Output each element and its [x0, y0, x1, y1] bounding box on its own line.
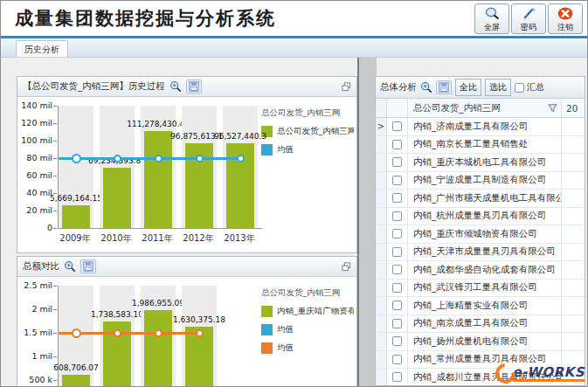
y-axis-tick-label: 40 mil [17, 188, 52, 197]
value-cell [561, 225, 585, 243]
table-row[interactable]: 内销_扬州成量机电有限公司 [376, 333, 585, 351]
table-row[interactable]: 内销_重庆本城机电工具有限公司 [376, 154, 585, 172]
y-axis-tick-label: 80 mil [17, 153, 52, 162]
row-checkbox-cell [387, 225, 408, 243]
value-column-header[interactable]: 20 [561, 99, 585, 117]
table-row[interactable]: 内销_上海精量实业有限公司 [376, 297, 585, 315]
row-checkbox[interactable] [392, 229, 402, 238]
bar-value-label: 96,527,440.3 [214, 132, 266, 141]
legend-item: 内销_重庆靖广物资有限公司 [261, 306, 354, 317]
table-row[interactable]: 内销_成都川立量具刃具有限责任公司 [376, 369, 585, 385]
checkbox-column-header [387, 99, 408, 117]
value-cell [561, 297, 585, 314]
save-icon[interactable] [436, 80, 452, 94]
mean-marker [72, 328, 81, 338]
company-name: 内销_上海精量实业有限公司 [413, 300, 528, 312]
app-window: 成量集团数据挖掘与分析系统 全屏 密码 注销 [0, 0, 588, 387]
overall-analysis-title: 总体分析 [380, 81, 417, 93]
bar-value-label: 608,706.07 [53, 363, 99, 372]
zoom-icon[interactable] [420, 81, 432, 93]
value-cell [561, 154, 585, 171]
row-indicator-cell [376, 225, 387, 243]
y-axis-tick-label: 120 mil [17, 118, 52, 128]
mean-line [59, 157, 243, 160]
password-button[interactable]: 密码 [511, 3, 546, 34]
table-row[interactable]: 内销_宁波成量工具制造有限公司 [376, 172, 585, 190]
panel-splitter[interactable] [357, 58, 377, 386]
overall-analysis-header: 总体分析 全比 选比 汇总 [376, 77, 585, 99]
legend-label: 均值 [277, 144, 294, 155]
table-row[interactable]: 内销_南京成量工具有限公司 [376, 315, 585, 334]
row-checkbox[interactable] [392, 265, 402, 274]
logout-button-label: 注销 [557, 23, 573, 31]
table-row[interactable]: 内销_南京长量工量具销售处 [376, 136, 585, 155]
value-cell [561, 172, 585, 190]
row-checkbox[interactable] [392, 157, 402, 167]
row-indicator-cell [376, 190, 387, 207]
company-name-cell: 内销_成都川立量具刃具有限责任公司 [408, 369, 561, 385]
company-name: 内销_南京成量工具有限公司 [413, 317, 528, 329]
checkbox-icon[interactable] [515, 83, 524, 93]
table-header-row: 总公司发货_内销三网 20 [376, 99, 585, 118]
table-row[interactable]: 内销_武汉锋刃工量具有限公司 [376, 280, 585, 298]
company-name-cell: 内销_济南成量工具有限公司 [408, 118, 561, 135]
table-row[interactable]: 内销_广州市穗天成量机电工具有限公司 [376, 190, 585, 208]
bar-value-label: 1,986,955.09 [132, 299, 184, 308]
fullscreen-button[interactable]: 全屏 [474, 3, 509, 34]
mean-marker [237, 155, 245, 162]
restore-window-icon[interactable] [342, 79, 351, 95]
table-row[interactable]: 内销_成都华盛自动化成套有限公司 [376, 261, 585, 280]
table-row[interactable]: 内销_重庆市倾城物资有限公司 [376, 225, 585, 244]
bar[interactable] [62, 375, 90, 387]
row-checkbox-cell [387, 154, 408, 171]
compare-selected-button[interactable]: 选比 [485, 79, 511, 96]
bar[interactable] [144, 310, 172, 387]
zoom-icon[interactable] [64, 260, 76, 273]
fullscreen-button-label: 全屏 [484, 23, 500, 31]
company-name: 内销_成都华盛自动化成套有限公司 [413, 264, 556, 276]
company-column-header[interactable]: 总公司发货_内销三网 [408, 99, 561, 117]
row-checkbox[interactable] [392, 211, 402, 221]
row-checkbox-cell [387, 315, 408, 333]
legend-item: 总公司发货_内销三网 [261, 126, 354, 137]
row-checkbox[interactable] [392, 140, 402, 149]
row-checkbox[interactable] [392, 121, 402, 131]
bar[interactable] [144, 131, 172, 228]
company-name-cell: 内销_上海精量实业有限公司 [408, 297, 561, 314]
row-checkbox[interactable] [392, 176, 402, 185]
mean-marker [196, 329, 204, 337]
bar[interactable] [62, 205, 90, 228]
tab-history-analysis[interactable]: 历史分析 [16, 40, 68, 57]
row-checkbox[interactable] [392, 372, 402, 382]
y-axis-tick-label: 60 mil [17, 170, 52, 180]
summary-checkbox[interactable]: 汇总 [515, 81, 544, 93]
legend-title: 总公司发货_内销三网 [261, 287, 354, 299]
filter-funnel-icon[interactable] [548, 100, 557, 116]
row-checkbox-cell [387, 369, 408, 385]
row-indicator-cell [376, 208, 387, 225]
row-checkbox[interactable] [392, 193, 402, 203]
table-row[interactable]: >内销_济南成量工具有限公司 [376, 118, 585, 136]
table-body: >内销_济南成量工具有限公司内销_南京长量工量具销售处内销_重庆本城机电工具有限… [376, 118, 585, 385]
row-indicator-cell [376, 351, 387, 369]
zoom-icon[interactable] [169, 80, 182, 93]
row-checkbox[interactable] [392, 355, 402, 364]
row-checkbox[interactable] [392, 301, 402, 310]
row-checkbox[interactable] [392, 247, 402, 257]
save-icon[interactable] [80, 259, 96, 273]
table-row[interactable]: 内销_杭州成量量具刃具有限公司 [376, 208, 585, 226]
row-indicator-column-header [376, 99, 387, 117]
bar[interactable] [103, 168, 131, 228]
save-icon[interactable] [186, 79, 202, 93]
row-checkbox[interactable] [392, 283, 402, 293]
mean-marker [114, 329, 121, 337]
compare-all-button[interactable]: 全比 [455, 79, 481, 96]
legend-item: 均值 [261, 324, 354, 335]
logout-button[interactable]: 注销 [548, 3, 583, 34]
table-row[interactable]: 内销_常州成量量具刃具有限公司 [376, 351, 585, 370]
table-row[interactable]: 内销_天津市成量量具刃具有限公司 [376, 244, 585, 262]
restore-window-icon[interactable] [342, 259, 351, 275]
row-checkbox[interactable] [392, 319, 402, 328]
row-checkbox[interactable] [392, 336, 402, 346]
value-cell [561, 333, 585, 350]
